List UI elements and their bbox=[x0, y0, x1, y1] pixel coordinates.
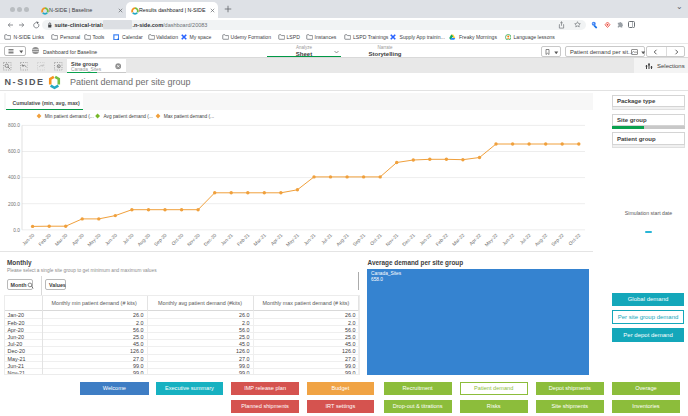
svg-text:Oct-21: Oct-21 bbox=[369, 232, 383, 246]
svg-text:Oct-20: Oct-20 bbox=[171, 232, 185, 246]
svg-text:Nov-21: Nov-21 bbox=[385, 232, 400, 247]
svg-text:Feb-22: Feb-22 bbox=[435, 232, 450, 247]
svg-text:Min patient demand (...: Min patient demand (... bbox=[45, 114, 94, 119]
svg-text:Jul-22: Jul-22 bbox=[519, 232, 532, 245]
svg-text:Jan-20: Jan-20 bbox=[21, 232, 35, 246]
svg-text:0.0: 0.0 bbox=[13, 228, 20, 233]
svg-text:May-20: May-20 bbox=[87, 232, 102, 247]
svg-text:Sep-21: Sep-21 bbox=[352, 232, 367, 247]
svg-text:Apr-22: Apr-22 bbox=[468, 232, 482, 246]
svg-text:Apr-20: Apr-20 bbox=[71, 232, 85, 246]
svg-text:Max patient demand (...: Max patient demand (... bbox=[164, 114, 214, 119]
svg-text:Oct-22: Oct-22 bbox=[568, 232, 582, 246]
svg-text:Apr-21: Apr-21 bbox=[270, 232, 284, 246]
svg-text:Mar-22: Mar-22 bbox=[451, 232, 466, 247]
svg-text:Jul-20: Jul-20 bbox=[122, 232, 135, 245]
svg-text:Aug-22: Aug-22 bbox=[534, 232, 549, 247]
svg-text:Jan-22: Jan-22 bbox=[419, 232, 433, 246]
svg-text:Sep-20: Sep-20 bbox=[153, 232, 168, 247]
svg-text:400.0: 400.0 bbox=[8, 175, 20, 180]
svg-text:Sep-22: Sep-22 bbox=[550, 232, 565, 247]
svg-text:800.0: 800.0 bbox=[8, 123, 20, 128]
svg-text:May-21: May-21 bbox=[285, 232, 300, 247]
svg-text:Jun-22: Jun-22 bbox=[501, 232, 515, 246]
svg-text:Aug-20: Aug-20 bbox=[137, 232, 152, 247]
svg-text:Mar-20: Mar-20 bbox=[54, 232, 69, 247]
svg-text:Jul-21: Jul-21 bbox=[320, 232, 333, 245]
svg-text:Feb-21: Feb-21 bbox=[236, 232, 251, 247]
svg-text:Dec-21: Dec-21 bbox=[402, 232, 417, 247]
svg-text:Dec-20: Dec-20 bbox=[203, 232, 218, 247]
svg-text:Mar-21: Mar-21 bbox=[253, 232, 268, 247]
svg-text:Jan-21: Jan-21 bbox=[220, 232, 234, 246]
svg-text:May-22: May-22 bbox=[484, 232, 499, 247]
svg-text:Avg patient demand (...: Avg patient demand (... bbox=[103, 114, 153, 119]
svg-text:Jun-21: Jun-21 bbox=[303, 232, 317, 246]
svg-text:Jun-20: Jun-20 bbox=[104, 232, 118, 246]
svg-text:600.0: 600.0 bbox=[8, 149, 20, 154]
svg-text:200.0: 200.0 bbox=[8, 202, 20, 207]
svg-text:Nov-20: Nov-20 bbox=[186, 232, 201, 247]
svg-text:Aug-21: Aug-21 bbox=[335, 232, 350, 247]
svg-text:Feb-20: Feb-20 bbox=[38, 232, 53, 247]
